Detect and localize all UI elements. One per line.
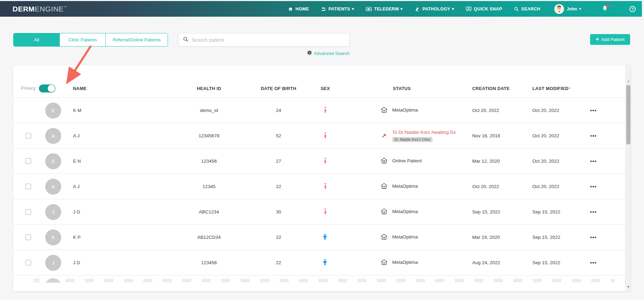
health-id: 12345 — [166, 184, 252, 189]
nav-home[interactable]: HOME — [288, 7, 309, 11]
male-icon — [323, 234, 327, 241]
patient-name[interactable]: A J — [68, 133, 166, 138]
status-cell: ↗ Online Patient — [350, 157, 468, 165]
sex-cell — [305, 183, 350, 190]
female-icon — [323, 208, 328, 216]
avatar: J — [45, 255, 61, 271]
nav-patients[interactable]: PATIENTS ▾ — [321, 7, 354, 11]
header-last-modified[interactable]: LAST MODIFIED˅ — [525, 86, 588, 91]
row-menu-button[interactable]: ••• — [590, 108, 597, 113]
row-menu-button[interactable]: ••• — [590, 133, 597, 139]
sex-cell — [305, 234, 350, 241]
row-menu-button[interactable]: ••• — [590, 159, 597, 164]
patient-name[interactable]: J D — [68, 260, 166, 265]
status-cell: ↗ MetaOptima — [350, 106, 468, 114]
add-patient-label: Add Patient — [601, 37, 625, 42]
row-checkbox[interactable] — [25, 184, 31, 189]
patient-table-card: Privacy NAME HEALTH ID DATE OF BIRTH SEX… — [13, 65, 631, 291]
advanced-search-link[interactable]: Advanced Search — [178, 50, 349, 56]
table-row[interactable]: J J D 123456 22 ↗ MetaOptima — [13, 250, 625, 275]
table-row[interactable]: A A J 12345 22 ↗ MetaOptima — [13, 173, 625, 199]
online-house-icon — [380, 157, 388, 165]
clinic-house-icon — [380, 233, 388, 241]
scrollbar-thumb[interactable] — [626, 85, 630, 145]
patient-name[interactable]: A J — [68, 184, 166, 189]
search-input[interactable] — [192, 37, 345, 43]
female-icon — [323, 183, 328, 190]
privacy-toggle[interactable] — [39, 84, 55, 92]
nav-search[interactable]: SEARCH — [514, 7, 540, 11]
user-name: John — [567, 7, 577, 11]
avatar: A — [45, 179, 61, 195]
nav-patients-label: PATIENTS — [329, 7, 350, 11]
quick-snap-icon — [466, 7, 472, 11]
row-menu-button[interactable]: ••• — [590, 184, 597, 189]
creation-date: Oct 20, 2022 — [468, 108, 525, 113]
toolbar: All Clinic Patients Referral/Online Pati… — [13, 33, 630, 56]
top-navbar: DERM ENGINE ™ HOME PATIENTS ▾ — [0, 1, 642, 17]
row-checkbox[interactable] — [25, 234, 31, 240]
user-avatar — [554, 4, 564, 14]
notifications-button[interactable] — [602, 5, 608, 13]
logo-bold-text: DERM — [13, 5, 35, 13]
row-checkbox[interactable] — [25, 133, 31, 139]
partial-checkbox — [33, 278, 40, 283]
table-row[interactable]: A A J 12345678 52 ↗ To Dr.Natali — [13, 123, 625, 148]
patient-name[interactable]: J D — [68, 209, 166, 214]
table-row[interactable]: E E N 123456 27 ↗ Online Patient — [13, 148, 625, 173]
sex-cell — [305, 208, 350, 216]
clinic-house-icon — [380, 183, 388, 190]
nav-pathology[interactable]: PATHOLOGY ▾ — [414, 7, 454, 11]
avatar: J — [45, 204, 61, 220]
row-checkbox[interactable] — [25, 209, 31, 215]
nav-telederm[interactable]: TELEDERM ▾ — [366, 7, 403, 11]
table-row[interactable]: K K M demo_id 24 ↗ MetaOptima — [13, 97, 625, 123]
privacy-control: Privacy — [13, 84, 68, 92]
table-row[interactable]: K K P AB12CD34 22 ↗ MetaOptima — [13, 224, 625, 250]
table-row[interactable]: J J D ABC1234 30 ↗ MetaOptima — [13, 199, 625, 224]
patient-name[interactable]: K M — [68, 108, 166, 113]
privacy-label: Privacy — [21, 86, 35, 91]
row-menu-button[interactable]: ••• — [590, 209, 597, 215]
female-icon — [323, 157, 328, 165]
creation-date: Nov 16, 2018 — [468, 133, 525, 138]
chevron-down-icon: ▾ — [401, 7, 403, 11]
last-modified: Sep 15, 2022 — [525, 235, 588, 240]
partial-row — [13, 275, 625, 283]
row-menu-button[interactable]: ••• — [590, 260, 597, 266]
tab-referral-online-patients[interactable]: Referral/Online Patients — [105, 33, 168, 46]
health-id: 123456 — [166, 260, 252, 265]
nav-menu: HOME PATIENTS ▾ TELEDERM ▾ PATH — [288, 4, 636, 14]
row-menu-button[interactable]: ••• — [590, 235, 597, 240]
table-body: Privacy NAME HEALTH ID DATE OF BIRTH SEX… — [13, 65, 625, 291]
dermengine-logo[interactable]: DERM ENGINE ™ — [13, 5, 66, 13]
header-health-id: HEALTH ID — [166, 86, 252, 91]
gear-icon — [307, 50, 312, 56]
scroll-up-icon[interactable]: ▲ — [626, 79, 631, 83]
help-button[interactable]: ? — [629, 6, 636, 12]
status-text: MetaOptima — [392, 259, 418, 266]
nav-pathology-label: PATHOLOGY — [422, 7, 450, 11]
avatar-initial: E — [51, 159, 55, 164]
avatar: K — [45, 229, 61, 245]
row-checkbox[interactable] — [25, 260, 31, 266]
user-menu[interactable]: John ▾ — [554, 4, 581, 14]
last-modified: Sep 15, 2022 — [525, 260, 588, 265]
status-cell: ↗ MetaOptima — [350, 183, 468, 190]
date-of-birth: 27 — [252, 159, 305, 164]
scroll-down-icon[interactable]: ▼ — [626, 284, 631, 289]
health-id: AB12CD34 — [166, 235, 252, 240]
status-cell: ↗ MetaOptima — [350, 259, 468, 267]
tab-clinic-patients[interactable]: Clinic Patients — [59, 33, 105, 46]
tab-all[interactable]: All — [14, 33, 59, 46]
status-text: MetaOptima — [392, 107, 418, 113]
add-patient-button[interactable]: + Add Patient — [590, 34, 630, 45]
patient-filter-tabs: All Clinic Patients Referral/Online Pati… — [13, 33, 168, 47]
avatar-initial: K — [51, 108, 55, 113]
row-checkbox[interactable] — [25, 158, 31, 164]
patient-name[interactable]: E N — [68, 159, 166, 164]
patient-name[interactable]: K P — [68, 235, 166, 240]
nav-quick-snap[interactable]: QUICK SNAP — [466, 7, 502, 11]
table-scrollbar[interactable]: ▲ ▼ — [625, 65, 631, 291]
status-text: Online Patient — [392, 158, 422, 164]
